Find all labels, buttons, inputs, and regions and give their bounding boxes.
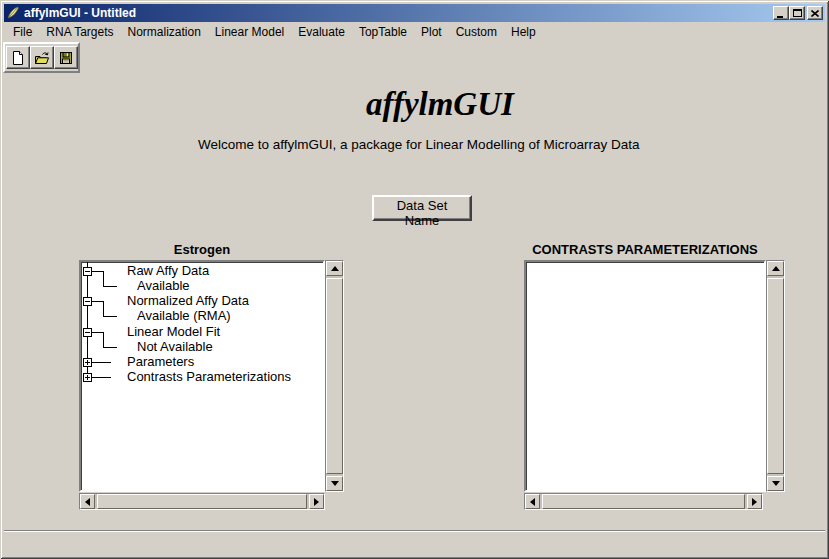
tree-toggle-icon[interactable] bbox=[83, 373, 92, 382]
right-panel-title: CONTRASTS PARAMETERIZATIONS bbox=[524, 242, 766, 257]
scroll-up-button[interactable] bbox=[326, 261, 343, 276]
title-bar[interactable]: affylmGUI - Untitled bbox=[4, 4, 825, 22]
tree-item-raw-affy-status[interactable]: Available bbox=[137, 279, 190, 293]
scroll-right-button[interactable] bbox=[309, 494, 324, 509]
arrow-up-icon bbox=[331, 266, 339, 271]
save-icon bbox=[58, 50, 74, 66]
tree-item-contrasts-parameterizations[interactable]: Contrasts Parameterizations bbox=[127, 370, 291, 384]
scroll-left-button[interactable] bbox=[525, 494, 540, 509]
menu-item-normalization[interactable]: Normalization bbox=[123, 24, 206, 40]
welcome-text: Welcome to affylmGUI, a package for Line… bbox=[198, 137, 639, 152]
tree-connector-line bbox=[92, 332, 103, 333]
toolbar bbox=[3, 42, 80, 73]
new-file-button[interactable] bbox=[6, 46, 30, 69]
open-folder-icon bbox=[34, 50, 50, 66]
scrollbar-thumb[interactable] bbox=[767, 278, 784, 474]
tree-item-raw-affy-data[interactable]: Raw Affy Data bbox=[127, 264, 209, 278]
scroll-up-button[interactable] bbox=[767, 261, 784, 276]
data-set-name-button[interactable]: Data Set Name bbox=[372, 195, 472, 221]
scroll-down-button[interactable] bbox=[326, 476, 343, 491]
scrollbar-thumb[interactable] bbox=[97, 494, 307, 509]
scroll-right-button[interactable] bbox=[747, 494, 762, 509]
tree-item-normalized-status[interactable]: Available (RMA) bbox=[137, 309, 231, 323]
minimize-icon bbox=[777, 16, 783, 18]
app-feather-icon bbox=[6, 6, 20, 20]
open-file-button[interactable] bbox=[30, 46, 54, 69]
scrollbar-thumb[interactable] bbox=[542, 494, 745, 509]
menu-item-file[interactable]: File bbox=[8, 24, 37, 40]
menu-item-linear-model[interactable]: Linear Model bbox=[210, 24, 289, 40]
status-tree: Raw Affy Data Available Normalized Affy … bbox=[81, 262, 323, 490]
tree-connector-line bbox=[103, 332, 104, 348]
app-window: affylmGUI - Untitled File RNA Targets No… bbox=[0, 0, 829, 559]
tree-connector-line bbox=[103, 301, 104, 317]
contrasts-listbox[interactable] bbox=[524, 260, 766, 492]
menu-item-help[interactable]: Help bbox=[506, 24, 541, 40]
maximize-icon bbox=[793, 9, 802, 17]
menu-item-plot[interactable]: Plot bbox=[416, 24, 447, 40]
scroll-left-button[interactable] bbox=[80, 494, 95, 509]
tree-connector-line bbox=[103, 271, 104, 287]
menu-item-custom[interactable]: Custom bbox=[451, 24, 502, 40]
tree-toggle-icon[interactable] bbox=[83, 328, 92, 337]
arrow-up-icon bbox=[772, 266, 780, 271]
window-controls bbox=[773, 6, 823, 20]
close-button[interactable] bbox=[807, 6, 823, 20]
left-vertical-scrollbar[interactable] bbox=[325, 260, 344, 492]
arrow-right-icon bbox=[752, 498, 757, 506]
new-file-icon bbox=[10, 50, 26, 66]
tree-connector-line bbox=[103, 347, 117, 348]
right-horizontal-scrollbar[interactable] bbox=[524, 493, 763, 510]
status-bar bbox=[4, 532, 825, 554]
tree-connector-line bbox=[92, 377, 111, 378]
tree-connector-line bbox=[103, 316, 117, 317]
arrow-down-icon bbox=[331, 481, 339, 486]
tree-item-linear-model-fit[interactable]: Linear Model Fit bbox=[127, 325, 220, 339]
arrow-left-icon bbox=[85, 498, 90, 506]
scroll-down-button[interactable] bbox=[767, 476, 784, 491]
menu-bar: File RNA Targets Normalization Linear Mo… bbox=[4, 23, 825, 41]
tree-toggle-icon[interactable] bbox=[83, 358, 92, 367]
save-file-button[interactable] bbox=[54, 46, 78, 69]
tree-connector-line bbox=[103, 286, 117, 287]
tree-connector-line bbox=[92, 301, 103, 302]
tree-toggle-icon[interactable] bbox=[83, 267, 92, 276]
minimize-button[interactable] bbox=[773, 6, 789, 20]
scrollbar-thumb[interactable] bbox=[326, 278, 343, 474]
arrow-right-icon bbox=[314, 498, 319, 506]
app-title: affylmGUI bbox=[366, 86, 514, 123]
arrow-left-icon bbox=[530, 498, 535, 506]
tree-item-parameters[interactable]: Parameters bbox=[127, 355, 194, 369]
dataset-status-listbox[interactable]: Raw Affy Data Available Normalized Affy … bbox=[79, 260, 325, 492]
right-vertical-scrollbar[interactable] bbox=[766, 260, 785, 492]
menu-item-rna-targets[interactable]: RNA Targets bbox=[41, 24, 118, 40]
menu-item-toptable[interactable]: TopTable bbox=[354, 24, 412, 40]
tree-item-linear-model-status[interactable]: Not Available bbox=[137, 340, 213, 354]
left-horizontal-scrollbar[interactable] bbox=[79, 493, 325, 510]
maximize-button[interactable] bbox=[789, 6, 805, 20]
tree-toggle-icon[interactable] bbox=[83, 297, 92, 306]
tree-item-normalized-affy-data[interactable]: Normalized Affy Data bbox=[127, 294, 249, 308]
tree-connector-line bbox=[92, 362, 111, 363]
arrow-down-icon bbox=[772, 481, 780, 486]
tree-connector-line bbox=[92, 271, 103, 272]
menu-item-evaluate[interactable]: Evaluate bbox=[293, 24, 350, 40]
close-icon bbox=[811, 10, 819, 17]
left-panel-title: Estrogen bbox=[79, 242, 325, 257]
window-title: affylmGUI - Untitled bbox=[24, 4, 136, 22]
